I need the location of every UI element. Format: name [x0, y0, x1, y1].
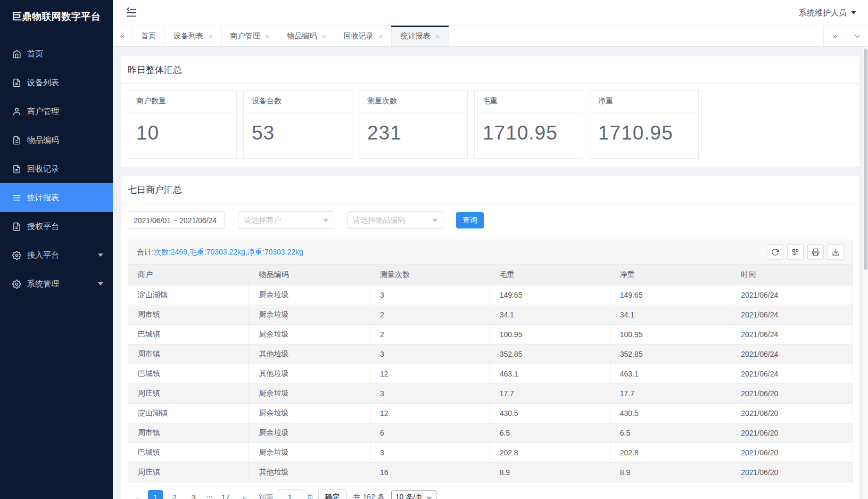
- grid-tool-icons: [767, 244, 844, 260]
- close-icon[interactable]: ×: [379, 32, 383, 40]
- close-icon[interactable]: ×: [209, 32, 213, 40]
- print-icon: [812, 248, 820, 256]
- table-cell: 其他垃圾: [249, 345, 370, 364]
- gear-icon: [12, 251, 21, 260]
- print-button[interactable]: [807, 244, 824, 260]
- page-unit-label: 页: [307, 493, 314, 499]
- page-button-3[interactable]: 3: [186, 490, 201, 499]
- tabs-scroll-left-button[interactable]: «: [113, 26, 132, 46]
- table-cell: 周市镇: [128, 423, 249, 443]
- close-icon[interactable]: ×: [435, 32, 440, 40]
- prev-page-button[interactable]: ‹: [131, 490, 144, 499]
- tab-商户管理[interactable]: 商户管理×: [222, 26, 279, 46]
- close-icon[interactable]: ×: [266, 32, 270, 40]
- table-cell: 2021/06/24: [731, 305, 853, 325]
- tab-首页[interactable]: 首页: [132, 26, 165, 46]
- table-cell: 430.5: [490, 404, 610, 423]
- sidebar-collapse-icon[interactable]: [126, 7, 137, 19]
- sidebar-item-首页[interactable]: 首页: [0, 39, 113, 68]
- column-header-物品编码: 物品编码: [249, 265, 370, 285]
- sidebar-item-设备列表[interactable]: 设备列表: [0, 68, 113, 97]
- page-button-1[interactable]: 1: [148, 490, 163, 499]
- summary-card-设备台数: 设备台数53: [243, 90, 352, 159]
- user-menu[interactable]: 系统维护人员: [799, 8, 856, 18]
- menu-icon: [12, 193, 21, 202]
- table-cell: 3: [370, 285, 490, 305]
- page-numbers: 123...17: [148, 490, 233, 499]
- sidebar-item-回收记录[interactable]: 回收记录: [0, 154, 113, 183]
- total-count-label: 共 162 条: [353, 493, 385, 499]
- table-cell: 周市镇: [128, 305, 249, 325]
- tab-回收记录[interactable]: 回收记录×: [335, 26, 392, 46]
- table-cell: 100.95: [490, 325, 610, 345]
- export-button[interactable]: [828, 244, 844, 260]
- top-header: 系统维护人员: [113, 0, 868, 26]
- columns-button[interactable]: [787, 244, 804, 260]
- table-body: 淀山湖镇厨余垃圾3149.65149.652021/06/24周市镇厨余垃圾23…: [128, 285, 853, 482]
- sidebar-item-接入平台[interactable]: 接入平台: [0, 241, 113, 269]
- merchant-select[interactable]: 请选择商户: [238, 211, 334, 229]
- date-range-input[interactable]: 2021/06/01 ~ 2021/06/24: [128, 211, 225, 229]
- home-icon: [12, 50, 21, 59]
- table-cell: 厨余垃圾: [249, 404, 370, 423]
- summary-card-商户数量: 商户数量10: [128, 90, 237, 159]
- sidebar-item-label: 接入平台: [27, 250, 59, 260]
- table-cell: 厨余垃圾: [249, 325, 370, 345]
- close-icon[interactable]: ×: [322, 32, 326, 40]
- table-cell: 厨余垃圾: [249, 384, 370, 404]
- card-label: 测量次数: [359, 91, 467, 112]
- table-row: 淀山湖镇厨余垃圾12430.5430.52021/06/20: [128, 404, 853, 423]
- yesterday-summary-panel: 昨日整体汇总 商户数量10设备台数53测量次数231毛重1710.95净重171…: [121, 56, 859, 167]
- table-cell: 周市镇: [128, 345, 249, 364]
- column-header-商户: 商户: [128, 265, 249, 285]
- tabs-dropdown-button[interactable]: [846, 26, 868, 46]
- sidebar-item-授权平台[interactable]: 授权平台: [0, 212, 113, 241]
- tab-bar: « 首页设备列表×商户管理×物品编码×回收记录×统计报表× »: [113, 26, 868, 47]
- totals-values: 次数:2469,毛重:70303.22kg,净重:70303.22kg: [154, 248, 303, 256]
- table-cell: 厨余垃圾: [249, 285, 370, 305]
- table-row: 周庄镇其他垃圾168.98.92021/06/20: [128, 463, 853, 482]
- sidebar-item-统计报表[interactable]: 统计报表: [0, 183, 113, 212]
- app-title: 巨鼎物联网数字平台: [0, 0, 113, 33]
- page-size-select[interactable]: 10 条/页: [391, 490, 436, 499]
- table-cell: 463.1: [490, 364, 610, 384]
- tab-label: 首页: [141, 31, 156, 41]
- table-cell: 2021/06/20: [731, 423, 853, 443]
- next-page-button[interactable]: ›: [237, 490, 250, 499]
- goto-confirm-button[interactable]: 确定: [318, 489, 347, 499]
- table-row: 巴城镇厨余垃圾3202.8202.82021/06/20: [128, 443, 853, 463]
- document-icon: [12, 165, 21, 174]
- tab-设备列表[interactable]: 设备列表×: [165, 26, 222, 46]
- card-label: 毛重: [475, 91, 583, 112]
- table-cell: 淀山湖镇: [128, 404, 249, 423]
- summary-card-净重: 净重1710.95: [590, 90, 699, 159]
- table-row: 巴城镇其他垃圾12463.1463.12021/06/24: [128, 364, 853, 384]
- tab-物品编码[interactable]: 物品编码×: [278, 26, 335, 46]
- goto-page-input[interactable]: [278, 489, 302, 499]
- page-button-2[interactable]: 2: [167, 490, 182, 499]
- table-cell: 149.65: [490, 285, 610, 305]
- tab-统计报表[interactable]: 统计报表×: [392, 26, 449, 46]
- tabs-scroll-right-button[interactable]: »: [823, 26, 846, 46]
- table-cell: 17.7: [490, 384, 610, 404]
- table-row: 淀山湖镇厨余垃圾3149.65149.652021/06/24: [128, 285, 853, 305]
- scrollbar-thumb[interactable]: [864, 49, 867, 270]
- table-row: 周市镇其他垃圾3352.85352.852021/06/24: [128, 345, 853, 364]
- refresh-button[interactable]: [767, 244, 783, 260]
- goto-label: 到第: [259, 493, 274, 499]
- table-cell: 463.1: [610, 364, 731, 384]
- table-cell: 淀山湖镇: [128, 285, 249, 305]
- sidebar-item-系统管理[interactable]: 系统管理: [0, 269, 113, 298]
- tab-label: 商户管理: [230, 31, 260, 41]
- sidebar-item-物品编码[interactable]: 物品编码: [0, 126, 113, 154]
- sidebar-item-label: 设备列表: [27, 78, 59, 88]
- sidebar-item-商户管理[interactable]: 商户管理: [0, 97, 113, 126]
- table-cell: 6.5: [490, 423, 610, 443]
- search-button[interactable]: 查询: [456, 212, 484, 228]
- item-code-select[interactable]: 请选择物品编码: [347, 211, 443, 229]
- table-cell: 周庄镇: [128, 384, 249, 404]
- sidebar-item-label: 回收记录: [27, 164, 59, 174]
- page-button-17[interactable]: 17: [218, 490, 233, 499]
- table-cell: 巴城镇: [128, 443, 249, 463]
- column-header-毛重: 毛重: [490, 265, 610, 285]
